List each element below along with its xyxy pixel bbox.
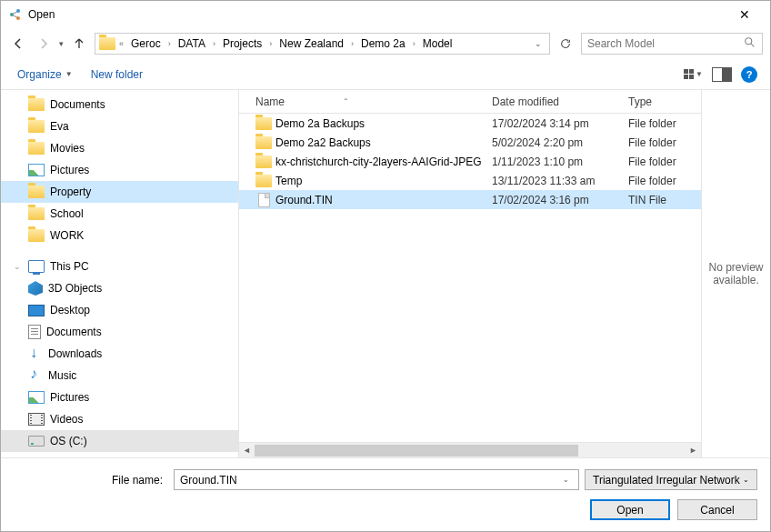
file-row[interactable]: kx-christchurch-city-2layers-AAIGrid-JPE… <box>239 152 701 171</box>
scroll-left-button[interactable]: ◄ <box>239 443 255 458</box>
up-button[interactable] <box>69 34 89 54</box>
folder-icon <box>28 142 45 155</box>
breadcrumb[interactable]: DATA <box>175 34 209 54</box>
file-date: 17/02/2024 3:16 pm <box>492 194 628 206</box>
file-row[interactable]: Demo 2a2 Backups5/02/2024 2:20 pmFile fo… <box>239 133 701 152</box>
column-name[interactable]: Name ⌃ <box>255 95 492 108</box>
close-button[interactable]: ✕ <box>726 7 763 22</box>
forward-button[interactable] <box>34 34 54 54</box>
recent-dropdown[interactable]: ▾ <box>59 39 64 48</box>
tree-item[interactable]: Documents <box>1 94 238 115</box>
column-headers: Name ⌃ Date modified Type <box>239 90 701 114</box>
file-type: TIN File <box>628 194 701 206</box>
column-date[interactable]: Date modified <box>492 95 628 108</box>
scroll-right-button[interactable]: ► <box>686 443 701 458</box>
tree-item[interactable]: 3D Objects <box>1 277 238 299</box>
tree-label: Pictures <box>50 164 89 176</box>
app-icon <box>8 7 23 22</box>
chevron-right-icon[interactable]: › <box>267 39 274 48</box>
tree-item[interactable]: Downloads <box>1 343 238 365</box>
tree-label: 3D Objects <box>48 282 102 295</box>
tree-label: Music <box>48 369 76 382</box>
breadcrumb[interactable]: New Zealand <box>275 34 347 54</box>
breadcrumb[interactable]: Geroc <box>127 34 165 54</box>
breadcrumb[interactable]: Projects <box>219 34 265 54</box>
preview-pane-button[interactable] <box>712 67 732 82</box>
tree-item[interactable]: School <box>1 203 238 225</box>
filename-dropdown[interactable]: ⌄ <box>559 476 573 484</box>
video-icon <box>28 413 45 426</box>
new-folder-button[interactable]: New folder <box>87 65 146 84</box>
folder-icon <box>28 98 45 111</box>
titlebar: Open ✕ <box>1 1 770 28</box>
column-type[interactable]: Type <box>628 95 701 108</box>
view-options-button[interactable]: ▼ <box>684 69 703 79</box>
tree-label: This PC <box>50 260 89 273</box>
tree-item[interactable]: Documents <box>1 321 238 343</box>
file-row[interactable]: Temp13/11/2023 11:33 amFile folder <box>239 171 701 190</box>
file-type: File folder <box>628 175 701 187</box>
folder-icon <box>99 35 115 52</box>
tree-label: Eva <box>50 120 69 133</box>
tree-item[interactable]: OS (C:) <box>1 430 238 452</box>
search-box[interactable] <box>581 33 763 55</box>
tree-item[interactable]: Pictures <box>1 386 238 408</box>
open-button[interactable]: Open <box>590 499 670 520</box>
address-bar[interactable]: « Geroc › DATA › Projects › New Zealand … <box>95 33 550 55</box>
expand-icon[interactable]: ⌄ <box>14 262 23 271</box>
filename-input[interactable] <box>180 474 559 487</box>
file-row[interactable]: Ground.TIN17/02/2024 3:16 pmTIN File <box>239 190 701 209</box>
folder-icon <box>28 229 45 242</box>
breadcrumb[interactable]: Model <box>419 34 456 54</box>
folder-icon <box>28 120 45 133</box>
chevron-right-icon[interactable]: › <box>411 39 417 48</box>
this-pc-item[interactable]: ⌄ This PC <box>1 256 238 277</box>
tree-item[interactable]: Pictures <box>1 159 238 181</box>
tree-label: Pictures <box>50 391 89 404</box>
organize-button[interactable]: Organize ▼ <box>14 65 76 84</box>
tree-label: Downloads <box>48 347 102 360</box>
dialog-footer: File name: ⌄ Triangulated Irregular Netw… <box>1 457 770 531</box>
address-dropdown[interactable]: ⌄ <box>531 39 546 48</box>
tree-item[interactable]: WORK <box>1 225 238 246</box>
tree-label: OS (C:) <box>50 435 87 447</box>
folder-icon <box>255 175 272 187</box>
file-date: 17/02/2024 3:14 pm <box>492 117 628 130</box>
tree-item[interactable]: Desktop <box>1 299 238 321</box>
search-icon <box>744 36 756 52</box>
chevron-right-icon[interactable]: « <box>117 39 125 48</box>
folder-icon <box>28 207 45 220</box>
file-type-filter[interactable]: Triangulated Irregular Network ⌄ <box>585 469 757 490</box>
navigation-tree[interactable]: DocumentsEvaMoviesPicturesPropertySchool… <box>1 90 239 457</box>
folder-icon <box>28 186 45 198</box>
back-button[interactable] <box>8 34 28 54</box>
chevron-right-icon[interactable]: › <box>349 39 355 48</box>
horizontal-scrollbar[interactable]: ◄ ► <box>239 442 701 457</box>
chevron-right-icon[interactable]: › <box>166 39 173 48</box>
tree-label: Property <box>50 186 91 198</box>
filter-label: Triangulated Irregular Network <box>593 474 740 487</box>
file-row[interactable]: Demo 2a Backups17/02/2024 3:14 pmFile fo… <box>239 114 701 133</box>
chevron-right-icon[interactable]: › <box>211 39 217 48</box>
filename-input-wrapper[interactable]: ⌄ <box>174 469 579 490</box>
column-label: Name <box>255 95 285 108</box>
tree-item[interactable]: Videos <box>1 408 238 430</box>
sort-indicator-icon: ⌃ <box>343 97 349 105</box>
folder-icon <box>255 136 272 149</box>
dl-icon <box>28 346 43 361</box>
file-date: 13/11/2023 11:33 am <box>492 175 628 187</box>
tree-item[interactable]: Music <box>1 365 238 386</box>
docs-icon <box>28 325 41 339</box>
tree-item[interactable]: Movies <box>1 137 238 159</box>
breadcrumb[interactable]: Demo 2a <box>357 34 409 54</box>
preview-pane: No preview available. <box>701 90 770 457</box>
file-type: File folder <box>628 136 701 149</box>
help-button[interactable]: ? <box>741 66 757 83</box>
tree-label: WORK <box>50 229 84 242</box>
tree-item[interactable]: Eva <box>1 115 238 137</box>
refresh-button[interactable] <box>556 34 576 54</box>
search-input[interactable] <box>587 37 744 50</box>
cancel-button[interactable]: Cancel <box>677 499 757 520</box>
scrollbar-thumb[interactable] <box>255 445 578 457</box>
tree-item[interactable]: Property <box>1 181 238 203</box>
